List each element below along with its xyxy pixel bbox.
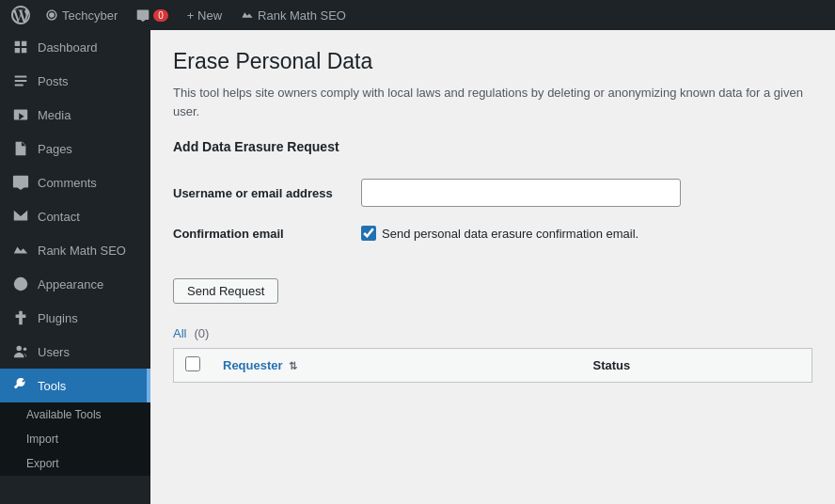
sidebar-label-appearance: Appearance xyxy=(38,277,103,291)
adminbar-new[interactable]: + New xyxy=(180,0,229,30)
rankmath-icon xyxy=(11,241,30,260)
send-request-button[interactable]: Send Request xyxy=(173,278,278,304)
requester-sort-link[interactable]: Requester xyxy=(223,358,283,372)
confirmation-row: Send personal data erasure confirmation … xyxy=(361,226,812,241)
sidebar-item-import[interactable]: Import xyxy=(0,427,150,451)
sidebar-label-media: Media xyxy=(38,108,71,122)
users-icon xyxy=(11,342,30,361)
available-tools-label: Available Tools xyxy=(26,408,102,421)
sidebar-label-plugins: Plugins xyxy=(38,311,78,325)
erasure-form: Username or email address Confirmation e… xyxy=(173,169,812,250)
sidebar-item-dashboard[interactable]: Dashboard xyxy=(0,30,150,64)
wp-logo[interactable] xyxy=(8,0,34,30)
adminbar-plugin-label: Rank Math SEO xyxy=(258,8,346,23)
sidebar-label-contact: Contact xyxy=(38,210,80,224)
sidebar-item-users[interactable]: Users xyxy=(0,335,150,369)
adminbar-new-label: + New xyxy=(187,8,222,23)
plugins-icon xyxy=(11,308,30,327)
svg-point-2 xyxy=(17,346,22,351)
sidebar-label-users: Users xyxy=(38,345,70,359)
confirmation-label: Confirmation email xyxy=(173,227,284,241)
sidebar-item-posts[interactable]: Posts xyxy=(0,64,150,98)
adminbar-rankmath[interactable]: Rank Math SEO xyxy=(233,0,354,30)
sidebar-item-media[interactable]: Media xyxy=(0,98,150,132)
adminbar-comments[interactable]: 0 xyxy=(129,0,176,30)
filter-bar: All (0) xyxy=(173,326,812,348)
sidebar-label-posts: Posts xyxy=(38,74,69,88)
sidebar-label-comments: Comments xyxy=(38,176,97,190)
requests-table: Requester ⇅ Status xyxy=(173,348,812,383)
page-description: This tool helps site owners comply with … xyxy=(173,84,812,120)
contact-icon xyxy=(11,207,30,226)
filter-all-count: (0) xyxy=(194,326,209,340)
svg-point-3 xyxy=(24,348,27,352)
tools-icon xyxy=(11,376,30,395)
page-title: Erase Personal Data xyxy=(173,49,812,74)
sidebar-item-contact[interactable]: Contact xyxy=(0,199,150,233)
pages-icon xyxy=(11,139,30,158)
sidebar-label-rankmath: Rank Math SEO xyxy=(38,244,126,258)
filter-section: All (0) Requester ⇅ Status xyxy=(173,326,812,383)
tools-submenu: Available Tools Import Export xyxy=(0,402,150,476)
sidebar-item-appearance[interactable]: Appearance xyxy=(0,267,150,301)
adminbar-site[interactable]: Techcyber xyxy=(38,0,125,30)
adminbar-site-name: Techcyber xyxy=(62,8,118,23)
confirmation-checkbox-label: Send personal data erasure confirmation … xyxy=(382,227,638,241)
section-title: Add Data Erasure Request xyxy=(173,139,812,154)
dashboard-icon xyxy=(11,38,30,56)
username-label: Username or email address xyxy=(173,186,333,200)
sidebar: Dashboard Posts Media Pages Comments xyxy=(0,30,150,504)
sort-icon: ⇅ xyxy=(289,360,297,372)
posts-icon xyxy=(11,71,30,90)
import-label: Import xyxy=(26,433,58,446)
main-content: Erase Personal Data This tool helps site… xyxy=(150,30,835,504)
username-input[interactable] xyxy=(361,179,681,207)
sidebar-label-tools: Tools xyxy=(38,379,66,393)
th-checkbox xyxy=(174,349,213,383)
sidebar-item-comments[interactable]: Comments xyxy=(0,165,150,199)
confirmation-checkbox[interactable] xyxy=(361,226,376,241)
filter-all[interactable]: All xyxy=(173,326,186,340)
select-all-checkbox[interactable] xyxy=(185,356,200,371)
comments-icon xyxy=(11,173,30,192)
th-status: Status xyxy=(582,349,812,383)
sidebar-item-plugins[interactable]: Plugins xyxy=(0,301,150,335)
sidebar-label-dashboard: Dashboard xyxy=(38,40,98,55)
sidebar-item-pages[interactable]: Pages xyxy=(0,132,150,165)
sidebar-item-available-tools[interactable]: Available Tools xyxy=(0,402,150,427)
appearance-icon xyxy=(11,275,30,293)
sidebar-item-export[interactable]: Export xyxy=(0,451,150,476)
sidebar-item-tools[interactable]: Tools xyxy=(0,369,150,402)
comments-count: 0 xyxy=(153,9,168,22)
media-icon xyxy=(11,105,30,124)
admin-bar: Techcyber 0 + New Rank Math SEO xyxy=(0,0,835,30)
sidebar-label-pages: Pages xyxy=(38,142,72,156)
th-requester: Requester ⇅ xyxy=(212,349,582,383)
export-label: Export xyxy=(26,457,59,470)
sidebar-item-rankmath[interactable]: Rank Math SEO xyxy=(0,233,150,267)
